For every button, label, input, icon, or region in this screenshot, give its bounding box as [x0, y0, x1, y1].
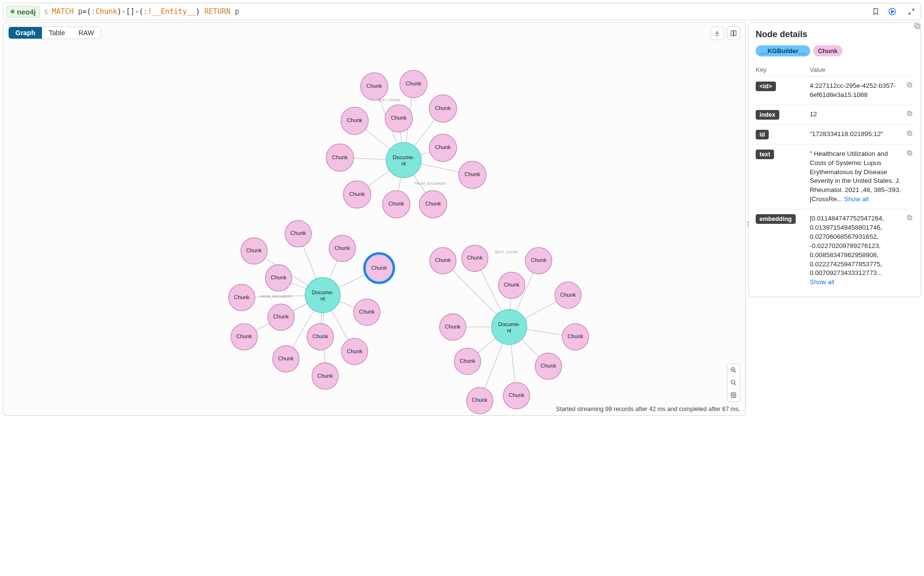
graph-node-chunk[interactable]: Chunk: [562, 324, 589, 350]
graph-node-chunk[interactable]: Chunk: [430, 247, 456, 274]
prop-key-embedding: embedding: [756, 214, 796, 224]
svg-point-114: [491, 309, 527, 344]
graph-node-chunk[interactable]: Chunk: [326, 144, 353, 171]
graph-node-chunk[interactable]: Chunk: [343, 181, 371, 208]
tab-raw[interactable]: RAW: [72, 27, 101, 39]
graph-node-chunk[interactable]: Chunk: [555, 282, 581, 308]
resize-handle-icon[interactable]: [747, 219, 750, 229]
svg-point-76: [307, 324, 334, 350]
graph-node-chunk[interactable]: Chunk: [429, 95, 457, 123]
edge-label: FROM_DOCUMENT: [260, 295, 293, 299]
svg-point-20: [429, 134, 457, 162]
svg-rect-120: [916, 25, 920, 28]
layout-icon[interactable]: [727, 27, 740, 40]
svg-point-34: [385, 105, 412, 132]
graph-node-chunk[interactable]: Chunk: [503, 383, 530, 409]
copy-icon[interactable]: [906, 82, 914, 89]
property-row: id "1728334118.021895:12": [756, 124, 914, 144]
svg-point-32: [341, 107, 368, 135]
graph-node-chunk[interactable]: Chunk: [329, 235, 355, 262]
graph-node-chunk[interactable]: Chunk: [312, 363, 339, 389]
collapse-icon[interactable]: [905, 5, 918, 18]
graph-node-document[interactable]: Docume-nt: [491, 309, 527, 344]
show-all-link[interactable]: Show all: [810, 278, 834, 286]
graph-node-chunk[interactable]: Chunk: [241, 238, 267, 264]
svg-point-106: [503, 383, 530, 409]
prop-val-id2: "1728334118.021895:12": [810, 130, 914, 139]
graph-node-chunk[interactable]: Chunk: [229, 284, 255, 311]
status-text: Started streaming 99 records after 42 ms…: [556, 406, 740, 412]
graph-node-document[interactable]: Docume-nt: [305, 277, 340, 313]
prop-key-id: <id>: [756, 82, 776, 91]
svg-rect-127: [907, 131, 910, 134]
graph-node-chunk[interactable]: Chunk: [382, 191, 410, 218]
graph-node-chunk[interactable]: Chunk: [361, 73, 388, 100]
graph-node-chunk[interactable]: Chunk: [525, 247, 552, 274]
tab-graph[interactable]: Graph: [9, 27, 42, 39]
graph-node-chunk[interactable]: Chunk: [307, 324, 334, 350]
query-bar: neo4j $ MATCH p=(:Chunk)-[]-(:!__Entity_…: [3, 3, 921, 20]
graph-node-chunk[interactable]: Chunk: [459, 161, 486, 189]
tab-table[interactable]: Table: [42, 27, 71, 39]
svg-point-72: [265, 265, 292, 291]
svg-rect-125: [907, 111, 910, 114]
graph-node-chunk[interactable]: Chunk: [353, 299, 380, 326]
svg-point-108: [466, 387, 493, 414]
copy-icon[interactable]: [906, 150, 914, 157]
copy-icon[interactable]: [906, 110, 914, 118]
database-badge[interactable]: neo4j: [6, 6, 40, 18]
prop-key-text: text: [756, 150, 774, 159]
graph-node-chunk[interactable]: Chunk: [268, 304, 294, 330]
graph-node-chunk[interactable]: Chunk: [285, 220, 312, 247]
graph-node-chunk-selected[interactable]: Chunk: [365, 253, 394, 283]
run-query-icon[interactable]: [886, 5, 898, 18]
graph-node-chunk[interactable]: Chunk: [535, 353, 562, 380]
graph-node-chunk[interactable]: Chunk: [400, 70, 427, 98]
graph-node-chunk[interactable]: Chunk: [462, 245, 488, 272]
graph-node-chunk[interactable]: Chunk: [498, 272, 525, 299]
download-icon[interactable]: [710, 27, 724, 40]
graph-node-chunk[interactable]: Chunk: [385, 105, 412, 132]
copy-icon[interactable]: [906, 214, 914, 222]
graph-node-chunk[interactable]: Chunk: [454, 348, 481, 375]
graph-node-chunk[interactable]: Chunk: [341, 107, 368, 135]
svg-point-16: [400, 70, 427, 98]
bookmark-icon[interactable]: [870, 5, 882, 18]
svg-rect-121: [915, 24, 919, 27]
details-wrapper: Node details __KGBuilder__ Chunk Key Val…: [748, 22, 921, 416]
zoom-in-icon[interactable]: [727, 364, 740, 376]
cypher-query-input[interactable]: MATCH p=(:Chunk)-[]-(:!__Entity__) RETUR…: [52, 7, 866, 16]
svg-point-96: [498, 272, 525, 299]
svg-rect-131: [907, 215, 910, 219]
chip-chunk[interactable]: Chunk: [813, 45, 842, 56]
graph-node-chunk[interactable]: Chunk: [439, 314, 466, 340]
copy-icon[interactable]: [906, 130, 914, 137]
property-row: <id> 4:227112cc-295e-4252-b357-6ef61d8e3…: [756, 76, 914, 105]
svg-rect-128: [909, 151, 912, 155]
property-row: index 12: [756, 105, 914, 124]
database-name: neo4j: [17, 8, 36, 16]
graph-node-chunk[interactable]: Chunk: [272, 346, 299, 372]
chip-kgbuilder[interactable]: __KGBuilder__: [756, 45, 810, 56]
graph-node-chunk[interactable]: Chunk: [429, 134, 457, 162]
graph-canvas[interactable]: Chunk Chunk Chunk Chunk Chunk Chunk Chun…: [3, 23, 745, 415]
svg-rect-124: [909, 112, 912, 115]
svg-point-52: [285, 220, 312, 247]
copy-icon[interactable]: [913, 22, 921, 30]
show-all-link[interactable]: Show all: [844, 195, 869, 203]
svg-point-56: [365, 253, 394, 283]
graph-node-document[interactable]: Docume-nt: [386, 142, 421, 178]
svg-point-14: [361, 73, 388, 100]
svg-rect-126: [909, 132, 912, 135]
graph-node-chunk[interactable]: Chunk: [265, 265, 292, 291]
graph-node-chunk[interactable]: Chunk: [420, 191, 447, 218]
svg-point-64: [272, 346, 299, 372]
zoom-out-icon[interactable]: [727, 376, 740, 389]
graph-node-chunk[interactable]: Chunk: [466, 387, 493, 414]
svg-point-98: [525, 247, 552, 274]
graph-node-chunk[interactable]: Chunk: [341, 338, 368, 365]
fit-view-icon[interactable]: [727, 389, 740, 401]
svg-rect-2: [734, 31, 736, 36]
svg-point-24: [420, 191, 447, 218]
graph-node-chunk[interactable]: Chunk: [231, 324, 258, 350]
